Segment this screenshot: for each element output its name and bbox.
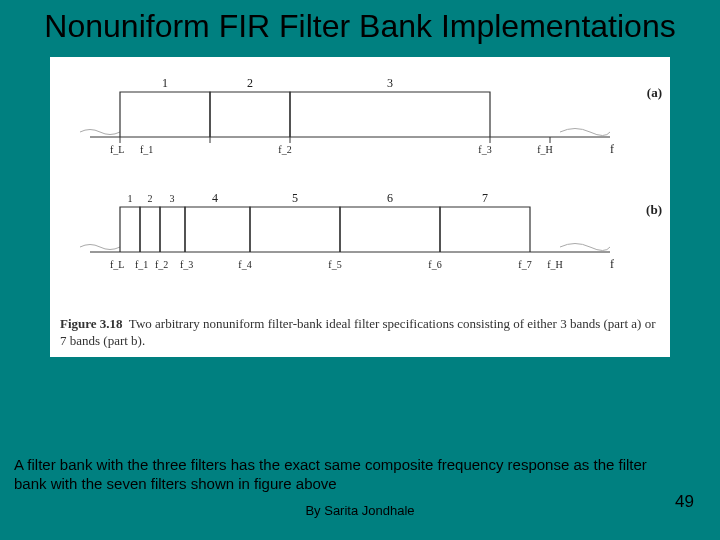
figure-panel: (a) (b) 1 2 3 f_L f_1 f_2 bbox=[50, 57, 670, 357]
svg-text:f: f bbox=[610, 257, 614, 271]
band-a-2: 2 bbox=[247, 76, 253, 90]
svg-text:6: 6 bbox=[387, 191, 393, 205]
svg-text:7: 7 bbox=[482, 191, 488, 205]
svg-text:f_H: f_H bbox=[537, 144, 553, 155]
svg-text:f_1: f_1 bbox=[135, 259, 148, 270]
figure-caption-text: Two arbitrary nonuniform filter-bank ide… bbox=[60, 316, 655, 347]
subplot-label-a: (a) bbox=[647, 85, 662, 101]
figure-number: Figure 3.18 bbox=[60, 316, 123, 331]
svg-text:4: 4 bbox=[212, 191, 218, 205]
svg-text:f_L: f_L bbox=[110, 144, 124, 155]
svg-text:1: 1 bbox=[128, 193, 133, 204]
figure-caption: Figure 3.18 Two arbitrary nonuniform fil… bbox=[60, 316, 660, 349]
svg-text:f_L: f_L bbox=[110, 259, 124, 270]
svg-text:f_2: f_2 bbox=[155, 259, 168, 270]
byline: By Sarita Jondhale bbox=[0, 503, 720, 518]
band-a-3: 3 bbox=[387, 76, 393, 90]
svg-text:f_6: f_6 bbox=[428, 259, 441, 270]
svg-text:3: 3 bbox=[170, 193, 175, 204]
svg-text:f_H: f_H bbox=[547, 259, 563, 270]
page-number: 49 bbox=[675, 492, 694, 512]
band-a-1: 1 bbox=[162, 76, 168, 90]
svg-text:f_3: f_3 bbox=[180, 259, 193, 270]
svg-text:5: 5 bbox=[292, 191, 298, 205]
svg-text:f: f bbox=[610, 142, 614, 156]
svg-text:2: 2 bbox=[148, 193, 153, 204]
subplot-label-b: (b) bbox=[646, 202, 662, 218]
svg-text:f_4: f_4 bbox=[238, 259, 251, 270]
svg-text:f_2: f_2 bbox=[278, 144, 291, 155]
svg-text:f_3: f_3 bbox=[478, 144, 491, 155]
slide-note: A filter bank with the three filters has… bbox=[14, 456, 660, 494]
svg-text:f_5: f_5 bbox=[328, 259, 341, 270]
svg-text:f_1: f_1 bbox=[140, 144, 153, 155]
svg-text:f_7: f_7 bbox=[518, 259, 531, 270]
slide-title: Nonuniform FIR Filter Bank Implementatio… bbox=[0, 0, 720, 49]
filter-bank-diagram: 1 2 3 f_L f_1 f_2 f_3 f_H f bbox=[50, 57, 670, 317]
